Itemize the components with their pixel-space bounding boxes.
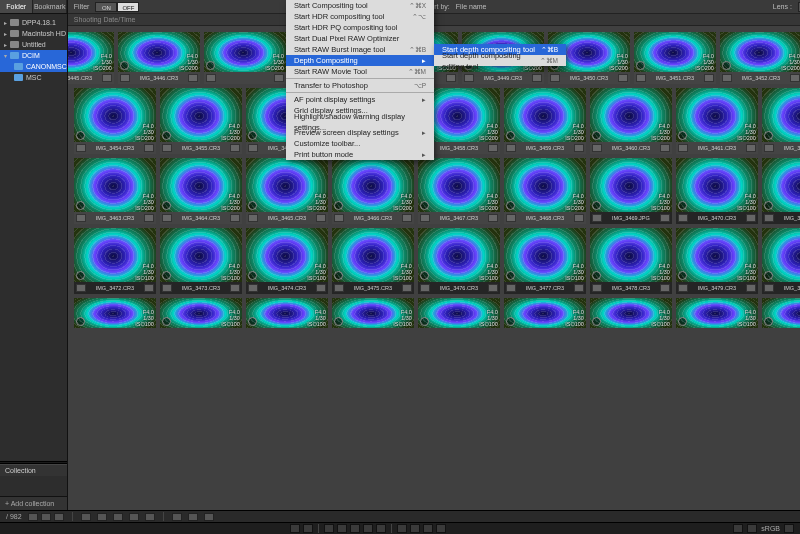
- checkmark-icon[interactable]: [248, 284, 258, 292]
- thumbnail-cell[interactable]: F4.01/30ISO100IMG_3475.CR3: [332, 228, 414, 294]
- star-icon[interactable]: [324, 524, 334, 533]
- checkmark-icon[interactable]: [764, 284, 774, 292]
- thumbnail-cell[interactable]: F4.01/30ISO200IMG_3445.CR3: [68, 32, 114, 84]
- label-icon[interactable]: [618, 74, 628, 82]
- filter-off[interactable]: OFF: [117, 2, 139, 12]
- label-icon[interactable]: [402, 214, 412, 222]
- checkmark-icon[interactable]: [76, 144, 86, 152]
- colorspace-label[interactable]: sRGB: [761, 525, 780, 532]
- label-icon[interactable]: [102, 74, 112, 82]
- thumbnail-cell[interactable]: F4.01/30ISO200IMG_3459.CR3: [504, 88, 586, 154]
- label-icon[interactable]: [144, 214, 154, 222]
- thumbnail-cell[interactable]: F4.01/30ISO200IMG_3455.CR3: [160, 88, 242, 154]
- checkmark-icon[interactable]: [76, 214, 86, 222]
- tree-item-msc[interactable]: MSC: [0, 72, 67, 83]
- reject-icon[interactable]: [113, 513, 123, 521]
- checkmark-icon[interactable]: [334, 284, 344, 292]
- checkmark-icon[interactable]: [764, 214, 774, 222]
- sort-field[interactable]: File name: [456, 3, 487, 10]
- label-icon[interactable]: [230, 284, 240, 292]
- label-icon[interactable]: [316, 284, 326, 292]
- menu-item[interactable]: Depth Compositing▸: [286, 55, 434, 66]
- thumbnail-cell[interactable]: F4.01/30ISO100IMG_3480.CR3: [762, 228, 800, 294]
- view-thumbnails-icon[interactable]: [28, 513, 38, 521]
- label-icon[interactable]: [660, 284, 670, 292]
- tree-item[interactable]: ▸DPP4.18.1: [0, 17, 67, 28]
- checkmark-icon[interactable]: [506, 214, 516, 222]
- checkmark-icon[interactable]: [678, 284, 688, 292]
- checkmark-icon[interactable]: [162, 144, 172, 152]
- label-icon[interactable]: [144, 284, 154, 292]
- checkmark-icon[interactable]: [506, 284, 516, 292]
- checkmark-icon[interactable]: [120, 74, 130, 82]
- checkmark-icon[interactable]: [506, 144, 516, 152]
- thumbnail-cell[interactable]: F4.01/30ISO100IMG_3469.JPG: [590, 158, 672, 224]
- thumbnail-cell[interactable]: F4.01/30ISO100IMG_3473.CR3: [160, 228, 242, 294]
- label-icon[interactable]: [574, 284, 584, 292]
- check1-icon[interactable]: [397, 524, 407, 533]
- thumbnail-cell[interactable]: F4.01/30ISO100: [676, 298, 758, 328]
- star-icon[interactable]: [337, 524, 347, 533]
- label-icon[interactable]: [316, 214, 326, 222]
- menu-item[interactable]: Highlight/shadow warning display setting…: [286, 116, 434, 127]
- label-icon[interactable]: [188, 74, 198, 82]
- menu-item[interactable]: Start HDR compositing tool⌃⌥: [286, 11, 434, 22]
- checkmark-icon[interactable]: [678, 214, 688, 222]
- menu-item[interactable]: Start Compositing tool⌃⌘X: [286, 0, 434, 11]
- menu-item[interactable]: AF point display settings▸: [286, 94, 434, 105]
- menu-item[interactable]: Start RAW Movie Tool⌃⌘M: [286, 66, 434, 77]
- tree-item[interactable]: ▸Macintosh HD: [0, 28, 67, 39]
- layout3-icon[interactable]: [204, 513, 214, 521]
- thumbnail-cell[interactable]: F4.01/30ISO200: [204, 32, 286, 84]
- label-icon[interactable]: [274, 74, 284, 82]
- thumbnail-cell[interactable]: F4.01/30ISO100: [160, 298, 242, 328]
- label-icon[interactable]: [660, 144, 670, 152]
- label-icon[interactable]: [230, 144, 240, 152]
- thumbnail-cell[interactable]: F4.01/30ISO100: [504, 298, 586, 328]
- tab-folder[interactable]: Folder: [0, 0, 33, 13]
- label-icon[interactable]: [574, 144, 584, 152]
- rotate-cw-icon[interactable]: [303, 524, 313, 533]
- label-icon[interactable]: [790, 74, 800, 82]
- thumbnail-cell[interactable]: F4.01/30ISO200IMG_3465.CR3: [246, 158, 328, 224]
- collection-header[interactable]: Collection: [0, 464, 67, 476]
- thumbnail-cell[interactable]: F4.01/30ISO100: [332, 298, 414, 328]
- checkmark-icon[interactable]: [764, 144, 774, 152]
- check2-icon[interactable]: [410, 524, 420, 533]
- view-detail-icon[interactable]: [54, 513, 64, 521]
- label-icon[interactable]: [660, 214, 670, 222]
- view-list-icon[interactable]: [41, 513, 51, 521]
- submenu-item[interactable]: Start depth compositing editing tool⌃⌘M: [434, 55, 566, 66]
- check-icon[interactable]: [97, 513, 107, 521]
- thumbnail-cell[interactable]: F4.01/30ISO100: [74, 298, 156, 328]
- thumbnail-cell[interactable]: F4.01/30ISO100IMG_3478.CR3: [590, 228, 672, 294]
- star-icon[interactable]: [376, 524, 386, 533]
- label-icon[interactable]: [402, 284, 412, 292]
- thumbnail-cell[interactable]: F4.01/30ISO100IMG_3479.CR3: [676, 228, 758, 294]
- thumbnail-cell[interactable]: F4.01/30ISO200IMG_3452.CR3: [720, 32, 800, 84]
- thumbnail-cell[interactable]: F4.01/30ISO100IMG_3472.CR3: [74, 228, 156, 294]
- label-icon[interactable]: [129, 513, 139, 521]
- add-collection-button[interactable]: + Add collection: [0, 496, 67, 510]
- checkmark-icon[interactable]: [162, 284, 172, 292]
- thumbnail-cell[interactable]: F4.01/30ISO100: [246, 298, 328, 328]
- filter-toggle[interactable]: ON OFF: [95, 2, 139, 12]
- label-icon[interactable]: [488, 214, 498, 222]
- label-icon[interactable]: [704, 74, 714, 82]
- checkmark-icon[interactable]: [206, 74, 216, 82]
- label-icon[interactable]: [488, 284, 498, 292]
- checkmark-icon[interactable]: [162, 214, 172, 222]
- tree-item-dcim[interactable]: ▾DCIM: [0, 50, 67, 61]
- rotate-icon[interactable]: [145, 513, 155, 521]
- thumbnail-cell[interactable]: F4.01/30ISO200IMG_3446.CR3: [118, 32, 200, 84]
- checkmark-icon[interactable]: [678, 144, 688, 152]
- layout2-icon[interactable]: [188, 513, 198, 521]
- menu-item[interactable]: Start RAW Burst image tool⌃⌘B: [286, 44, 434, 55]
- rating-icon[interactable]: [81, 513, 91, 521]
- checkmark-icon[interactable]: [248, 214, 258, 222]
- menu-item[interactable]: Print button mode▸: [286, 149, 434, 160]
- menu-item[interactable]: Customize toolbar...: [286, 138, 434, 149]
- thumbnail-cell[interactable]: F4.01/30ISO100IMG_3476.CR3: [418, 228, 500, 294]
- menu-item[interactable]: Start HDR PQ compositing tool: [286, 22, 434, 33]
- star-icon[interactable]: [350, 524, 360, 533]
